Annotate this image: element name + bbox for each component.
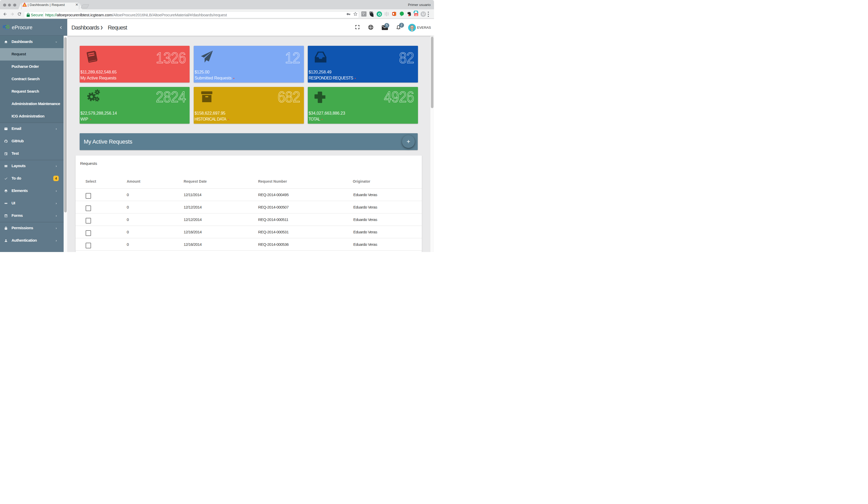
svg-text:16: 16: [415, 14, 417, 16]
svg-text:G: G: [6, 24, 10, 30]
